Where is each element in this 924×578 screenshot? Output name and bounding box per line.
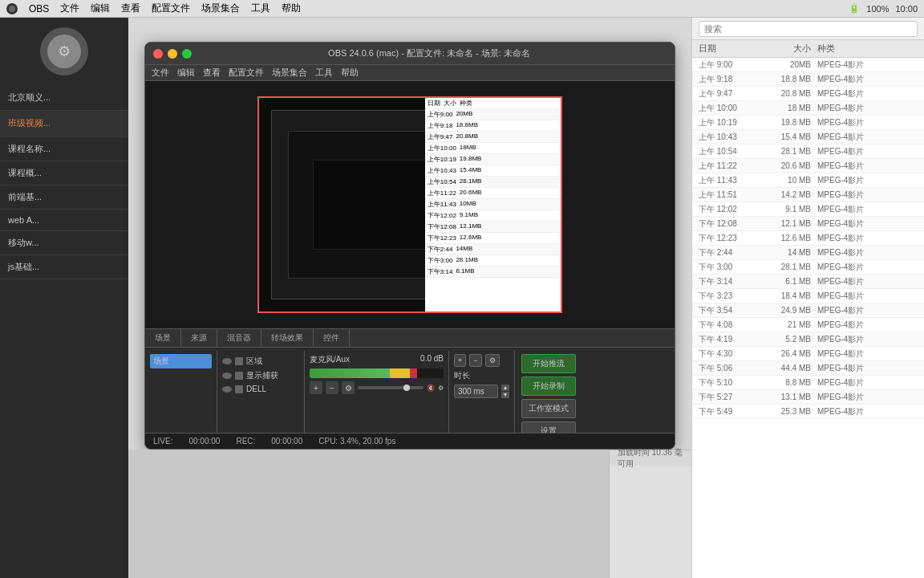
audio-gear-icon[interactable]: ⚙ [438, 385, 444, 392]
file-preview-row: 上午9:0020MB [425, 109, 561, 120]
file-row[interactable]: 下午 12:23 12.6 MB MPEG-4影片 [692, 231, 924, 246]
live-time: 00:00:00 [188, 437, 220, 446]
file-row[interactable]: 上午 9:47 20.8 MB MPEG-4影片 [692, 87, 924, 101]
file-row[interactable]: 上午 11:51 14.2 MB MPEG-4影片 [692, 188, 924, 202]
file-row[interactable]: 下午 12:08 12.1 MB MPEG-4影片 [692, 217, 924, 231]
obs-menu-sceneset[interactable]: 场景集合 [272, 67, 307, 79]
obs-menu-file[interactable]: 文件 [152, 67, 169, 79]
duration-input[interactable] [454, 385, 498, 398]
source-lock-icon3[interactable] [235, 385, 243, 393]
file-preview-row: 下午2:4414MB [425, 244, 561, 255]
sidebar-item-course[interactable]: 课程名称... [0, 137, 128, 161]
audio-db-value: 0.0 dB [420, 354, 444, 365]
file-row[interactable]: 下午 3:54 24.9 MB MPEG-4影片 [692, 303, 924, 318]
file-date: 下午 4:30 [699, 348, 763, 360]
sidebar-item-weba[interactable]: web A... [0, 210, 128, 231]
source-eye-icon[interactable] [222, 358, 232, 364]
obs-menu-tools[interactable]: 工具 [315, 67, 333, 79]
obs-menu-edit[interactable]: 编辑 [177, 67, 195, 79]
add-transition-button[interactable]: + [454, 354, 466, 367]
menu-edit[interactable]: 编辑 [91, 2, 110, 15]
audio-add-button[interactable]: + [310, 381, 322, 394]
obs-menu-help[interactable]: 帮助 [341, 67, 359, 79]
audio-minus-button[interactable]: − [326, 381, 338, 394]
file-row[interactable]: 上午 10:54 28.1 MB MPEG-4影片 [692, 144, 924, 159]
duration-stepper[interactable]: ▲ ▼ [501, 385, 509, 398]
tab-scenes[interactable]: 场景 [145, 329, 181, 347]
start-stream-button[interactable]: 开始推流 [521, 354, 576, 373]
audio-mute-icon[interactable]: 🔇 [427, 385, 435, 392]
file-row[interactable]: 上午 11:43 10 MB MPEG-4影片 [692, 173, 924, 188]
file-row[interactable]: 下午 3:00 28.1 MB MPEG-4影片 [692, 260, 924, 275]
source-lock-icon[interactable] [235, 357, 243, 365]
scene-item-1[interactable]: 场景 [150, 354, 212, 368]
file-row[interactable]: 下午 4:30 26.4 MB MPEG-4影片 [692, 347, 924, 361]
source-lock-icon2[interactable] [235, 372, 243, 380]
menu-file[interactable]: 文件 [60, 2, 79, 15]
menu-help[interactable]: 帮助 [282, 2, 301, 15]
file-date: 下午 12:08 [699, 218, 763, 230]
source-item-region[interactable]: 区域 [222, 354, 299, 368]
audio-volume-slider[interactable]: + − ⚙ 🔇 ⚙ [310, 381, 444, 394]
file-row[interactable]: 下午 12:02 9.1 MB MPEG-4影片 [692, 202, 924, 217]
file-row[interactable]: 上午 9:00 20MB MPEG-4影片 [692, 58, 924, 72]
minimize-button[interactable] [168, 49, 177, 59]
file-row[interactable]: 上午 10:00 18 MB MPEG-4影片 [692, 101, 924, 116]
tab-sources[interactable]: 来源 [181, 329, 217, 347]
duration-down-button[interactable]: ▼ [501, 392, 509, 398]
file-row[interactable]: 下午 4:08 21 MB MPEG-4影片 [692, 318, 924, 332]
file-row[interactable]: 下午 3:23 18.4 MB MPEG-4影片 [692, 289, 924, 303]
obs-window: OBS 24.0.6 (mac) - 配置文件: 未命名 - 场景: 未命名 文… [144, 42, 675, 450]
file-row[interactable]: 下午 5:27 13.1 MB MPEG-4影片 [692, 390, 924, 405]
duration-up-button[interactable]: ▲ [501, 385, 509, 391]
file-row[interactable]: 上午 9:18 18.8 MB MPEG-4影片 [692, 72, 924, 87]
file-row[interactable]: 上午 10:19 19.8 MB MPEG-4影片 [692, 116, 924, 130]
file-row[interactable]: 下午 3:14 6.1 MB MPEG-4影片 [692, 275, 924, 289]
sidebar-item-overview[interactable]: 课程概... [0, 161, 128, 185]
transition-settings-button[interactable]: ⚙ [485, 354, 500, 367]
file-preview-row: 上午10:4315.4MB [425, 165, 561, 177]
file-date: 下午 3:54 [699, 305, 763, 316]
sidebar-item-frontend[interactable]: 前端基... [0, 185, 128, 210]
audio-settings-button[interactable]: ⚙ [342, 381, 355, 394]
file-row[interactable]: 上午 10:43 15.4 MB MPEG-4影片 [692, 130, 924, 144]
sidebar-item-beijing[interactable]: 北京顺义... [0, 85, 128, 111]
obs-menu-view[interactable]: 查看 [203, 67, 221, 79]
sidebar-item-js[interactable]: js基础... [0, 255, 128, 279]
file-row[interactable]: 下午 5:49 25.3 MB MPEG-4影片 [692, 405, 924, 419]
menu-sceneset[interactable]: 场景集合 [201, 2, 240, 15]
file-row[interactable]: 下午 4:19 5.2 MB MPEG-4影片 [692, 332, 924, 347]
obs-menu-profile[interactable]: 配置文件 [229, 67, 264, 79]
apple-logo[interactable] [6, 3, 18, 14]
file-size: 6.1 MB [763, 277, 811, 286]
menu-profile[interactable]: 配置文件 [152, 2, 190, 15]
cpu-status: CPU: 3.4%, 20.00 fps [318, 437, 395, 446]
tab-transitions[interactable]: 转场效果 [261, 329, 314, 347]
tab-controls[interactable]: 控件 [314, 329, 350, 347]
sidebar-item-mobile[interactable]: 移动w... [0, 231, 128, 255]
tab-mixer[interactable]: 混音器 [217, 329, 261, 347]
file-search-input[interactable] [699, 21, 918, 37]
menu-obs[interactable]: OBS [29, 3, 49, 14]
sidebar-item-class[interactable]: 班级视频... [0, 111, 128, 136]
source-item-dell[interactable]: DELL [222, 383, 299, 395]
menu-tools[interactable]: 工具 [251, 2, 270, 15]
source-eye-icon2[interactable] [222, 372, 232, 379]
file-type: MPEG-4影片 [817, 291, 873, 302]
maximize-button[interactable] [182, 49, 192, 59]
start-record-button[interactable]: 开始录制 [521, 377, 576, 396]
audio-slider-track[interactable] [358, 386, 424, 389]
file-type: MPEG-4影片 [817, 276, 873, 287]
audio-slider-thumb[interactable] [403, 385, 410, 391]
file-date: 下午 5:49 [699, 406, 763, 417]
file-row[interactable]: 下午 2:44 14 MB MPEG-4影片 [692, 246, 924, 260]
file-row[interactable]: 下午 5:10 8.8 MB MPEG-4影片 [692, 376, 924, 390]
close-button[interactable] [153, 49, 163, 59]
file-row[interactable]: 上午 11:22 20.6 MB MPEG-4影片 [692, 159, 924, 173]
file-row[interactable]: 下午 5:06 44.4 MB MPEG-4影片 [692, 361, 924, 376]
minus-transition-button[interactable]: − [469, 354, 481, 367]
menu-view[interactable]: 查看 [121, 2, 140, 15]
studio-mode-button[interactable]: 工作室模式 [521, 399, 576, 418]
source-item-display[interactable]: 显示捕获 [222, 368, 299, 383]
source-eye-icon3[interactable] [222, 386, 232, 393]
